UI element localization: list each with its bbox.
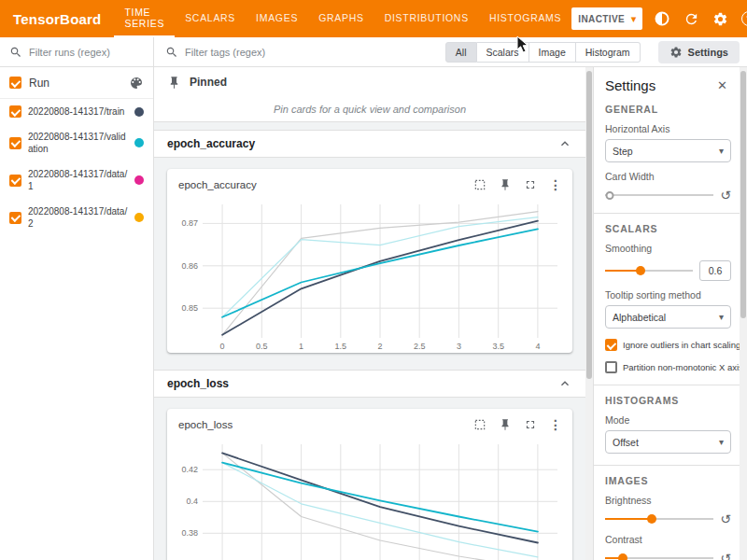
svg-text:0.86: 0.86	[181, 261, 198, 271]
close-icon[interactable]: ✕	[713, 77, 731, 94]
smoothing-slider[interactable]	[605, 264, 693, 277]
card-width-slider[interactable]	[605, 189, 713, 202]
run-name: 20220808-141317/train	[28, 105, 128, 118]
run-row-train[interactable]: 20220808-141317/train	[0, 99, 153, 124]
contrast-toggle-icon[interactable]	[653, 9, 671, 28]
settings-panel-title: Settings	[605, 77, 655, 93]
run-checkbox[interactable]	[9, 212, 21, 224]
svg-text:0.87: 0.87	[181, 218, 198, 228]
main-scrollbar-thumb[interactable]	[586, 71, 592, 379]
slider-thumb[interactable]	[647, 514, 656, 524]
card-area: epoch_loss ⋮ 00.511.522.533.540.360.380.…	[154, 398, 585, 560]
section-header-epoch-loss[interactable]: epoch_loss	[154, 370, 585, 398]
filter-histogram-button[interactable]: Histogram	[576, 42, 641, 63]
run-checkbox[interactable]	[9, 105, 21, 118]
chevron-up-icon[interactable]	[557, 136, 572, 151]
slider-thumb[interactable]	[618, 553, 627, 560]
smoothing-label: Smoothing	[605, 243, 731, 254]
tooltip-sorting-value: Alphabetical	[613, 312, 666, 323]
horizontal-axis-select[interactable]: Step ▾	[605, 139, 731, 162]
settings-content: Settings ✕ GENERAL Horizontal Axis Step …	[594, 67, 740, 560]
tab-graphs[interactable]: GRAPHS	[308, 0, 374, 37]
reload-status-select[interactable]: INACTIVE ▾	[571, 7, 642, 30]
tab-histograms[interactable]: HISTOGRAMS	[479, 0, 571, 37]
svg-text:3: 3	[457, 342, 461, 351]
run-checkbox[interactable]	[9, 175, 21, 187]
runs-header-row: Run	[0, 67, 153, 99]
section-title: epoch_accuracy	[167, 137, 255, 150]
slider-thumb[interactable]	[605, 191, 613, 200]
ignore-outliers-label: Ignore outliers in chart scaling	[623, 340, 740, 350]
tag-type-filter-group: All Scalars Image Histogram	[445, 42, 641, 63]
run-color-dot	[134, 175, 144, 185]
tab-time-series[interactable]: TIME SERIES	[114, 0, 175, 37]
section-header-epoch-accuracy[interactable]: epoch_accuracy	[154, 130, 585, 158]
scalar-card-epoch-loss: epoch_loss ⋮ 00.511.522.533.540.360.380.…	[167, 409, 572, 560]
settings-scrollbar[interactable]	[740, 67, 747, 560]
brightness-label: Brightness	[605, 495, 731, 506]
smoothing-value-input[interactable]	[699, 260, 731, 281]
refresh-icon[interactable]	[682, 9, 700, 28]
app-logo[interactable]: TensorBoard	[0, 0, 114, 37]
filter-all-button[interactable]: All	[445, 42, 477, 63]
cards-main-area: Pinned Pin cards for a quick view and co…	[154, 67, 593, 560]
pinned-header[interactable]: Pinned	[154, 67, 585, 97]
runs-sidebar: Run 20220808-141317/train 20220808-14131…	[0, 67, 154, 560]
card-title: epoch_loss	[178, 419, 233, 430]
fullscreen-icon[interactable]	[523, 417, 538, 432]
main-scrollbar[interactable]	[585, 67, 593, 560]
caret-down-icon: ▾	[719, 437, 724, 447]
fullscreen-icon[interactable]	[523, 177, 538, 192]
select-all-runs-checkbox[interactable]	[9, 77, 21, 89]
horizontal-axis-value: Step	[613, 146, 633, 157]
reset-icon[interactable]: ↺	[720, 512, 731, 525]
palette-icon[interactable]	[129, 76, 144, 91]
tooltip-sorting-select[interactable]: Alphabetical ▾	[605, 305, 731, 329]
ignore-outliers-row[interactable]: Ignore outliers in chart scaling	[605, 339, 731, 351]
brightness-slider[interactable]	[605, 512, 713, 525]
filter-runs-box[interactable]	[0, 37, 154, 67]
settings-panel: Settings ✕ GENERAL Horizontal Axis Step …	[593, 67, 747, 560]
reset-icon[interactable]: ↺	[720, 189, 731, 202]
partition-x-axis-row[interactable]: Partition non-monotonic X axis i	[605, 361, 731, 373]
fit-domain-icon[interactable]	[472, 417, 487, 432]
filter-tags-input[interactable]	[185, 47, 288, 58]
slider-thumb[interactable]	[636, 266, 645, 275]
svg-text:1: 1	[299, 342, 303, 351]
svg-text:2.5: 2.5	[414, 342, 426, 351]
filter-runs-input[interactable]	[29, 47, 132, 58]
pin-card-icon[interactable]	[498, 177, 513, 192]
tensorboard-app: TensorBoard TIME SERIES SCALARS IMAGES G…	[0, 0, 747, 560]
tab-images[interactable]: IMAGES	[246, 0, 308, 37]
tab-distributions[interactable]: DISTRIBUTIONS	[374, 0, 479, 37]
fit-domain-icon[interactable]	[472, 177, 487, 192]
scalar-card-epoch-accuracy: epoch_accuracy ⋮ 00.511.522.533.540.850.…	[167, 169, 572, 353]
epoch-loss-chart[interactable]: 00.511.522.533.540.360.380.40.42	[171, 439, 567, 560]
run-row-validation[interactable]: 20220808-141317/validation	[0, 124, 153, 161]
settings-gear-icon[interactable]	[711, 9, 729, 28]
settings-scrollbar-thumb[interactable]	[740, 71, 746, 318]
gear-icon	[669, 46, 683, 59]
reset-icon[interactable]: ↺	[720, 552, 731, 560]
help-icon[interactable]: ?	[740, 9, 747, 28]
chevron-up-icon[interactable]	[557, 376, 572, 391]
partition-x-axis-checkbox[interactable]	[605, 361, 617, 373]
run-row-data-1[interactable]: 20220808-141317/data/1	[0, 161, 153, 199]
more-options-icon[interactable]: ⋮	[548, 417, 563, 432]
pin-card-icon[interactable]	[498, 417, 513, 432]
filter-scalars-button[interactable]: Scalars	[477, 42, 529, 63]
help-glyph: ?	[741, 11, 747, 26]
run-checkbox[interactable]	[9, 137, 21, 149]
contrast-slider[interactable]	[605, 552, 713, 560]
tooltip-sorting-label: Tooltip sorting method	[605, 289, 731, 301]
contrast-label: Contrast	[605, 534, 731, 545]
epoch-accuracy-chart[interactable]: 00.511.522.533.540.850.860.87	[171, 199, 567, 353]
histogram-mode-select[interactable]: Offset ▾	[605, 430, 731, 454]
filter-image-button[interactable]: Image	[529, 42, 576, 63]
run-row-data-2[interactable]: 20220808-141317/data/2	[0, 199, 153, 236]
partition-x-axis-label: Partition non-monotonic X axis	[623, 362, 740, 372]
more-options-icon[interactable]: ⋮	[548, 177, 563, 192]
settings-button[interactable]: Settings	[658, 41, 740, 63]
tab-scalars[interactable]: SCALARS	[175, 0, 246, 37]
ignore-outliers-checkbox[interactable]	[605, 339, 617, 351]
